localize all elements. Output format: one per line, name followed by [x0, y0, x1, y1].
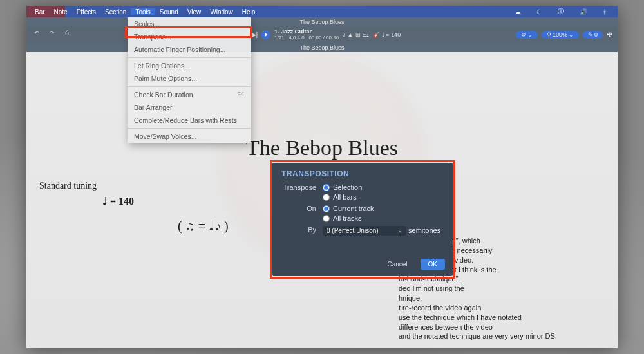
- radio-all-bars[interactable]: All bars: [323, 193, 362, 201]
- label-on: On: [281, 205, 323, 212]
- page-title: The Bebop Blues: [26, 136, 618, 160]
- track-controls[interactable]: ♪ ▲ ⊞ E₄: [343, 32, 368, 38]
- tools-dropdown: Scales... Transpose... Automatic Finger …: [128, 17, 251, 143]
- add-icon[interactable]: ⧾: [607, 32, 612, 38]
- play-button[interactable]: [261, 30, 270, 39]
- tempo-value: 140: [391, 32, 401, 38]
- next-track-icon[interactable]: ▶|: [252, 32, 258, 38]
- redo-icon[interactable]: ↷: [50, 30, 60, 40]
- ok-button[interactable]: OK: [421, 259, 445, 270]
- radio-selection[interactable]: Selection: [323, 183, 362, 191]
- bluetooth-icon: ᚼ: [598, 8, 611, 15]
- toolbar: ↶ ↷ ⎙ ◀ ▶| 1. Jazz Guitar 1/21 4:0:4.0 0…: [26, 26, 618, 43]
- volume-icon: 🔊: [575, 8, 592, 15]
- print-icon[interactable]: ⎙: [65, 30, 75, 40]
- menu-bar-item[interactable]: View: [183, 8, 206, 15]
- window-subtitle: The Bebop Blues: [26, 17, 618, 26]
- radio-all-tracks[interactable]: All tracks: [323, 214, 374, 222]
- menu-item-move-voices[interactable]: Move/Swap Voices...: [128, 130, 251, 143]
- menu-bar-item[interactable]: Note: [50, 8, 72, 15]
- track-info: 1. Jazz Guitar 1/21 4:0:4.0 00:00 / 00:3…: [274, 29, 339, 41]
- menubar: Bar Note Effects Section Tools Sound Vie…: [26, 6, 618, 17]
- menu-bar-item[interactable]: Sound: [155, 8, 183, 15]
- menu-bar-item[interactable]: Window: [205, 8, 238, 15]
- loop-button[interactable]: ↻⌄: [516, 31, 538, 39]
- tempo-label: ♩ = 140: [102, 195, 134, 207]
- cloud-icon: ☁: [510, 8, 526, 15]
- menu-item-complete-bars[interactable]: Complete/Reduce Bars with Rests: [128, 114, 251, 127]
- menu-tools[interactable]: Tools: [131, 8, 155, 15]
- menu-bar-item[interactable]: Bar: [30, 8, 50, 15]
- transposition-dialog: TRANSPOSITION Transpose Selection All ba…: [272, 163, 453, 276]
- info-icon: ⓘ: [553, 7, 569, 16]
- menu-item-bar-arranger[interactable]: Bar Arranger: [128, 101, 251, 114]
- unit-label: semitones: [408, 227, 440, 234]
- label-by: By: [281, 226, 323, 234]
- menu-separator: [128, 86, 251, 87]
- label-transpose: Transpose: [281, 183, 323, 191]
- edit-button[interactable]: ✎0: [583, 31, 603, 39]
- dialog-title: TRANSPOSITION: [281, 169, 444, 178]
- menu-item-let-ring[interactable]: Let Ring Options...: [128, 59, 251, 72]
- radio-current-track[interactable]: Current track: [323, 205, 374, 212]
- semitones-select[interactable]: 0 (Perfect Unison): [323, 226, 406, 236]
- menu-bar-item[interactable]: Section: [100, 8, 131, 15]
- app-window: Bar Note Effects Section Tools Sound Vie…: [26, 6, 618, 348]
- swing-notation: ( ♫ = ♩♪ ): [178, 218, 229, 234]
- metronome-icon[interactable]: ▲: [348, 32, 354, 38]
- menu-item-scales[interactable]: Scales...: [128, 17, 251, 30]
- menu-item-check-bar[interactable]: Check Bar DurationF4: [128, 88, 251, 101]
- moon-icon: ☾: [532, 8, 547, 15]
- menubar-status: ☁ ☾ ⓘ 🔊 ᚼ: [510, 7, 614, 16]
- menu-separator: [128, 128, 251, 129]
- tuning-display: E₄: [363, 32, 369, 38]
- fretboard-icon[interactable]: ⊞: [355, 32, 361, 38]
- cancel-button[interactable]: Cancel: [379, 259, 415, 270]
- tuning-label: Standard tuning: [39, 181, 97, 191]
- menu-item-auto-finger[interactable]: Automatic Finger Positioning...: [128, 43, 251, 56]
- menu-item-transpose[interactable]: Transpose...: [128, 30, 251, 43]
- menu-bar-item[interactable]: Effects: [72, 8, 100, 15]
- tuner-icon[interactable]: ♪: [343, 32, 346, 38]
- guitar-icon: 🎸: [373, 32, 380, 38]
- zoom-control[interactable]: ⚲100%⌄: [542, 31, 579, 39]
- menu-separator: [128, 57, 251, 58]
- menu-bar-item[interactable]: Help: [238, 8, 260, 15]
- menu-item-palm-mute[interactable]: Palm Mute Options...: [128, 72, 251, 85]
- undo-icon[interactable]: ↶: [34, 30, 44, 40]
